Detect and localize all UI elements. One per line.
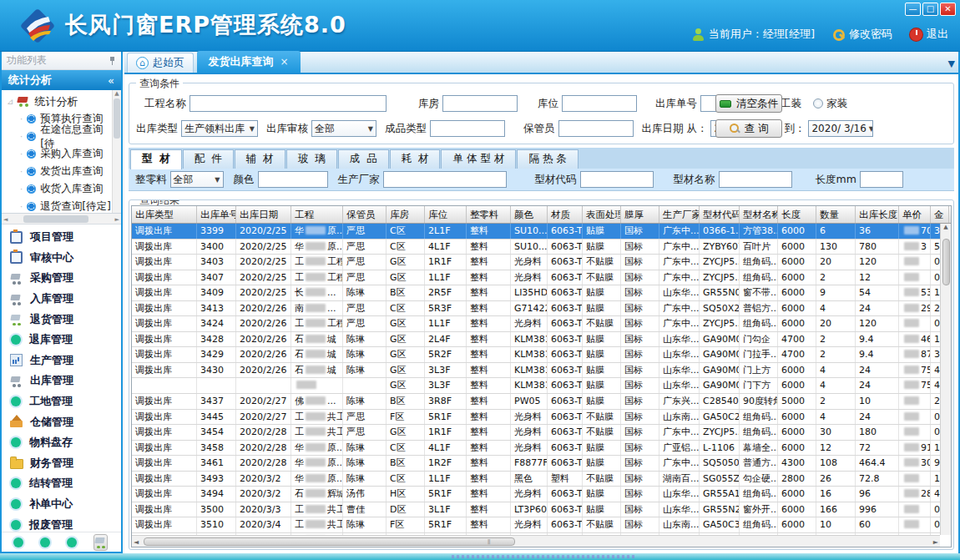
column-header-0[interactable]: 出库类型 — [132, 206, 197, 223]
column-header-12[interactable]: 生产厂家 — [659, 206, 700, 223]
table-row[interactable]: 调拨出库33992020/2/25华原...严思C区2L1F整料SU10...6… — [132, 224, 940, 240]
table-row[interactable]: 调拨出库34132020/2/26南...严思C区5R3F整料G71422606… — [132, 301, 940, 317]
length-input[interactable] — [860, 171, 903, 188]
table-row[interactable]: 调拨出库34582020/2/28华原...陈琳C区4L1F整料光身料6063-… — [132, 441, 940, 457]
scrollbar-thumb[interactable] — [114, 98, 120, 139]
sidebar-item-9[interactable]: 仓储管理 — [2, 411, 121, 432]
tree-item-5[interactable]: ·退货查询[待定] — [7, 198, 111, 214]
scrollbar-thumb[interactable] — [144, 537, 515, 546]
tab-overflow-button[interactable]: ▼ — [948, 58, 955, 69]
material-tab-6[interactable]: 单 体 型 材 — [441, 149, 516, 169]
column-header-10[interactable]: 表面处理 — [583, 206, 621, 223]
table-row[interactable]: 调拨出库34612020/2/28华原...陈琳B区1R2F整料F8877FT6… — [132, 456, 940, 472]
sidebar-horizontal-scrollbar[interactable] — [2, 214, 121, 225]
cart-toolbar-button[interactable] — [93, 534, 108, 551]
column-header-4[interactable]: 保管员 — [343, 206, 387, 223]
material-tab-4[interactable]: 成 品 — [338, 149, 389, 169]
table-row[interactable]: 调拨出库34942020/3/2石辉城汤伟H区5R1F整料光身料6063-T5贴… — [132, 487, 940, 502]
material-tab-1[interactable]: 配 件 — [183, 149, 234, 169]
column-header-9[interactable]: 材质 — [548, 206, 583, 223]
column-header-2[interactable]: 出库日期 — [236, 206, 291, 223]
table-row[interactable]: 调拨出库34072020/2/25工工程严思G区1L1F整料光身料6063-T5… — [132, 270, 940, 286]
date-to-select[interactable]: 2020/ 3/16▼ — [808, 120, 873, 137]
table-row[interactable]: 调拨出库35002020/3/3工共工程曹佳D区3L1F整料LT3P606063… — [132, 502, 940, 518]
table-row[interactable]: 调拨出库34282020/2/26石城陈琳G区2L4F整料KLM38176063… — [132, 332, 940, 348]
logout-button[interactable]: 退出 — [910, 27, 948, 42]
material-tab-5[interactable]: 耗 材 — [390, 149, 441, 169]
table-row[interactable]: 调拨出库35102020/3/4工共工程陈琳F区5R1F整料光身料6063-T5… — [132, 517, 940, 533]
tree-vertical-scrollbar[interactable]: ▲ — [112, 90, 121, 213]
sidebar-item-14[interactable]: 报废管理 — [2, 514, 121, 532]
scrollbar-thumb[interactable] — [942, 239, 950, 285]
grid-vertical-scrollbar[interactable]: ▲ — [940, 224, 951, 535]
tree-item-3[interactable]: ·发货出库查询 — [7, 163, 111, 180]
sidebar-item-1[interactable]: 审核中心 — [2, 248, 121, 269]
whole-part-select[interactable]: 全部▼ — [170, 171, 224, 188]
change-password-button[interactable]: 修改密码 — [832, 27, 892, 42]
column-header-18[interactable]: 单价 — [899, 206, 931, 223]
sidebar-item-0[interactable]: 项目管理 — [2, 227, 121, 248]
factory-input[interactable] — [383, 171, 507, 188]
tree-item-4[interactable]: ·收货入库查询 — [7, 180, 111, 198]
sidebar-item-10[interactable]: 物料盘存 — [2, 432, 121, 453]
tree-root[interactable]: ⊿ 统计分析 — [7, 93, 111, 110]
material-tab-7[interactable]: 隔 热 条 — [517, 149, 578, 169]
sidebar-item-13[interactable]: 补单中心 — [2, 494, 121, 515]
audit-select[interactable]: 全部▼ — [311, 120, 376, 137]
column-header-15[interactable]: 长度 — [778, 206, 816, 223]
table-row[interactable]: 调拨出库34092020/2/25长...陈琳B区2R5F整料LI35HD606… — [132, 285, 940, 301]
statistics-group-header[interactable]: 统计分析 « — [2, 70, 121, 90]
scrollbar-thumb[interactable] — [23, 215, 88, 223]
out-type-select[interactable]: 生产领料出库▼ — [181, 120, 258, 137]
column-header-14[interactable]: 型材名称 — [740, 206, 778, 223]
maximize-button[interactable]: □ — [922, 3, 938, 16]
tree-expander-icon[interactable]: ⊿ — [7, 97, 13, 106]
column-header-6[interactable]: 库位 — [425, 206, 467, 223]
table-row[interactable]: 调拨出库34302020/2/26石城陈琳G区3L3F整料KLM38176063… — [132, 363, 940, 379]
sidebar-item-5[interactable]: 退库管理 — [2, 330, 121, 351]
color-input[interactable] — [258, 171, 328, 188]
pin-icon[interactable] — [109, 56, 116, 65]
table-row[interactable]: 调拨出库34372020/2/27佛...陈琳B区3R8F整料PW056063-… — [132, 394, 940, 410]
dot-icon[interactable] — [13, 537, 23, 547]
table-row[interactable]: 调拨出库34002020/2/25华原...严思C区4L1F整料SU10...6… — [132, 240, 940, 255]
tree-item-2[interactable]: ·采购入库查询 — [7, 145, 111, 163]
column-header-8[interactable]: 颜色 — [511, 206, 548, 223]
column-header-5[interactable]: 库房 — [387, 206, 425, 223]
grid-horizontal-scrollbar[interactable]: ⦀ — [132, 535, 940, 547]
sidebar-item-3[interactable]: 入库管理 — [2, 289, 121, 310]
profile-code-input[interactable] — [580, 171, 654, 188]
tab-shipping-outbound-query[interactable]: 发货出库查询 × — [197, 51, 301, 73]
sidebar-item-6[interactable]: 生产管理 — [2, 351, 121, 371]
project-name-input[interactable] — [189, 95, 387, 112]
sidebar-item-2[interactable]: 采购管理 — [2, 268, 121, 289]
table-row[interactable]: G区3L3F整料KLM38176063-T5贴膜国标山东华...GA90M09.… — [132, 378, 940, 394]
table-row[interactable]: 调拨出库34452020/2/27工共工程严思F区5R1F整料光身料6063-T… — [132, 410, 940, 426]
product-type-input[interactable] — [430, 120, 505, 137]
column-header-17[interactable]: 出库长度 — [856, 206, 899, 223]
material-tab-0[interactable]: 型 材 — [130, 149, 182, 169]
profile-name-input[interactable] — [719, 171, 792, 188]
table-row[interactable]: 调拨出库34292020/2/26石城陈琳G区5R2F整料KLM38176063… — [132, 347, 940, 363]
table-row[interactable]: 调拨出库34932020/3/2华原...陈琳C区1L1F整料黑色塑料不贴膜国标… — [132, 472, 940, 487]
column-header-1[interactable]: 出库单号 — [197, 206, 236, 223]
location-input[interactable] — [562, 95, 637, 112]
sidebar-item-11[interactable]: 财务管理 — [2, 453, 121, 474]
table-row[interactable]: 调拨出库34032020/2/25工工程严思G区1R1F整料光身料6063-T5… — [132, 255, 940, 270]
tab-close-icon[interactable]: × — [280, 56, 289, 68]
dot-icon[interactable] — [40, 537, 50, 547]
search-button[interactable]: 查 询 — [715, 119, 782, 138]
warehouse-input[interactable] — [442, 95, 518, 112]
material-tab-2[interactable]: 辅 材 — [235, 149, 285, 169]
column-header-3[interactable]: 工程 — [291, 206, 343, 223]
column-header-13[interactable]: 型材代码 — [700, 206, 740, 223]
material-tab-3[interactable]: 玻 璃 — [286, 149, 337, 169]
close-button[interactable]: ✕ — [940, 3, 956, 16]
dot-icon[interactable] — [67, 537, 77, 547]
sidebar-item-12[interactable]: 结转管理 — [2, 473, 121, 494]
column-header-7[interactable]: 整零料 — [467, 206, 511, 223]
radio-jiazhuang[interactable]: 家装 — [813, 97, 847, 111]
sidebar-item-4[interactable]: 退货管理 — [2, 309, 121, 330]
column-header-16[interactable]: 数量 — [816, 206, 856, 223]
table-row[interactable]: 调拨出库34542020/2/28工共工程严思G区1R1F整料光身料6063-T… — [132, 425, 940, 441]
